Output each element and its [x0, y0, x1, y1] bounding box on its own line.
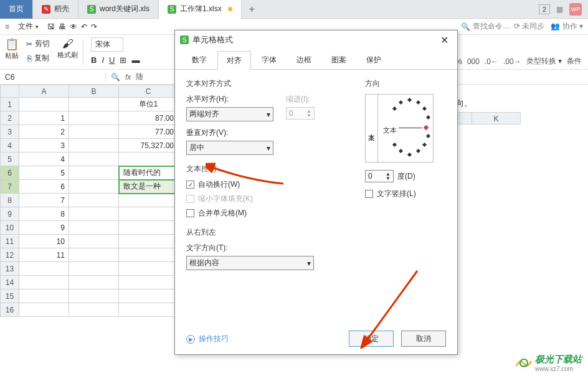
- cell[interactable]: 4: [19, 153, 69, 166]
- close-button[interactable]: ✕: [437, 33, 452, 47]
- tips-link[interactable]: ▶ 操作技巧: [186, 334, 229, 344]
- degree-spinner[interactable]: 0▲▼: [365, 170, 394, 182]
- cancel-button[interactable]: 取消: [401, 331, 446, 347]
- thousands-button[interactable]: 000: [467, 57, 480, 66]
- save-icon[interactable]: 🖫: [47, 22, 55, 31]
- copy-button[interactable]: ⎘复制: [25, 52, 52, 65]
- zoom-icon[interactable]: 🔍: [111, 73, 120, 82]
- row-header[interactable]: 13: [1, 262, 19, 276]
- formula-value[interactable]: 随: [136, 72, 143, 82]
- row-header[interactable]: 3: [1, 125, 19, 139]
- col-header[interactable]: B: [69, 85, 119, 98]
- sync-status[interactable]: ⟳ 未同步: [514, 21, 544, 32]
- row-header[interactable]: 8: [1, 194, 19, 207]
- cell[interactable]: 单位1: [119, 98, 178, 111]
- row-header[interactable]: 12: [1, 248, 19, 262]
- cond-format-button[interactable]: 条件: [567, 56, 582, 67]
- cell[interactable]: 1: [19, 111, 69, 125]
- cell[interactable]: 87.00: [119, 111, 178, 125]
- tab-pattern[interactable]: 图案: [322, 50, 356, 69]
- selected-cell[interactable]: 随着时代的: [119, 166, 178, 180]
- row-header[interactable]: 1: [1, 98, 19, 111]
- new-tab-button[interactable]: +: [242, 4, 262, 15]
- col-header[interactable]: C: [119, 85, 178, 98]
- share-button[interactable]: 👥 协作 ▾: [551, 21, 583, 32]
- dec-dec-button[interactable]: .00→: [503, 57, 521, 66]
- cell[interactable]: 75,327.00: [119, 139, 178, 153]
- redo-icon[interactable]: ↷: [91, 22, 97, 31]
- menu-icon[interactable]: ≡: [5, 22, 9, 31]
- col-header[interactable]: K: [472, 112, 521, 125]
- bold-button[interactable]: B: [91, 55, 97, 65]
- cell[interactable]: 2: [19, 125, 69, 139]
- preview-icon[interactable]: 👁: [70, 22, 77, 31]
- font-family-select[interactable]: 宋体: [91, 37, 123, 52]
- row-header[interactable]: 14: [1, 276, 19, 289]
- row-header[interactable]: 2: [1, 111, 19, 125]
- cell[interactable]: 3: [19, 139, 69, 153]
- row-header[interactable]: 15: [1, 289, 19, 303]
- tab-number[interactable]: 数字: [183, 50, 216, 69]
- tab-border[interactable]: 边框: [287, 50, 321, 69]
- row-header[interactable]: 10: [1, 221, 19, 235]
- h-align-select[interactable]: 两端对齐▾: [186, 107, 273, 121]
- grid-icon[interactable]: ▦: [556, 5, 563, 14]
- cell[interactable]: 8: [19, 207, 69, 221]
- tab-protect[interactable]: 保护: [357, 50, 391, 69]
- user-avatar[interactable]: WP: [569, 3, 582, 16]
- dialog-titlebar[interactable]: S 单元格格式 ✕: [175, 31, 457, 49]
- select-all-corner[interactable]: [1, 85, 19, 98]
- outer-border-button[interactable]: ⊞: [120, 55, 126, 65]
- merge-cells-checkbox[interactable]: 合并单元格(M): [186, 208, 346, 219]
- undo-icon[interactable]: ↶: [81, 22, 87, 31]
- row-header[interactable]: 7: [1, 180, 19, 194]
- cell[interactable]: 5: [19, 166, 69, 180]
- tab-file2[interactable]: S工作簿1.xlsx: [159, 0, 242, 19]
- row-header[interactable]: 4: [1, 139, 19, 153]
- row-header[interactable]: 5: [1, 153, 19, 166]
- text-direction-select[interactable]: 根据内容▾: [186, 256, 314, 270]
- vertical-text-checkbox[interactable]: 文字竖排(L): [365, 189, 446, 199]
- tab-file1[interactable]: Sword关键词.xls: [78, 0, 159, 19]
- orientation-widget[interactable]: 文本: [365, 94, 434, 162]
- row-header[interactable]: 11: [1, 235, 19, 248]
- cell[interactable]: 11: [19, 248, 69, 262]
- type-convert-button[interactable]: 类型转换 ▾: [526, 56, 562, 67]
- cell[interactable]: 散文是一种: [119, 180, 178, 194]
- fill-color-button[interactable]: ▬: [131, 55, 140, 65]
- format-painter-button[interactable]: 🖌 格式刷: [57, 37, 78, 60]
- tab-doc[interactable]: ✎稻壳: [33, 0, 78, 19]
- tab-home[interactable]: 首页: [0, 0, 33, 19]
- fx-icon[interactable]: fx: [125, 73, 131, 82]
- cut-button[interactable]: ✂剪切: [24, 37, 52, 50]
- ok-button[interactable]: 确定: [349, 331, 394, 347]
- row-header[interactable]: 16: [1, 303, 19, 317]
- cell[interactable]: 7: [19, 194, 69, 207]
- dec-inc-button[interactable]: .0←: [485, 57, 498, 66]
- window-count-badge[interactable]: 2: [539, 4, 550, 14]
- tab-file1-label: word关键词.xls: [100, 4, 149, 14]
- row-header[interactable]: 6: [1, 166, 19, 180]
- cell[interactable]: 6: [19, 180, 69, 194]
- cell[interactable]: 10: [19, 235, 69, 248]
- vertical-text-button[interactable]: 文本: [366, 95, 378, 162]
- truncated-text: 向。: [456, 98, 472, 109]
- row-header[interactable]: 9: [1, 207, 19, 221]
- orientation-line: [399, 128, 422, 128]
- text-align-group-label: 文本对齐方式: [186, 78, 346, 89]
- tab-font[interactable]: 字体: [252, 50, 286, 69]
- wrap-text-checkbox[interactable]: ✓ 自动换行(W): [186, 179, 346, 190]
- underline-button[interactable]: U: [109, 55, 115, 65]
- tab-align[interactable]: 对齐: [217, 51, 251, 70]
- print-icon[interactable]: 🖶: [59, 22, 66, 31]
- cell[interactable]: 9: [19, 221, 69, 235]
- file-menu[interactable]: 文件▾: [13, 20, 44, 33]
- cell-reference-input[interactable]: C6: [0, 73, 106, 82]
- italic-button[interactable]: I: [102, 55, 104, 65]
- col-header[interactable]: A: [19, 85, 69, 98]
- paste-button[interactable]: 📋 粘贴: [5, 37, 19, 60]
- cell[interactable]: 77.00: [119, 125, 178, 139]
- v-align-select[interactable]: 居中▾: [186, 141, 273, 155]
- dialog-tabs: 数字 对齐 字体 边框 图案 保护: [175, 49, 457, 70]
- command-search[interactable]: 🔍查找命令…: [461, 21, 510, 32]
